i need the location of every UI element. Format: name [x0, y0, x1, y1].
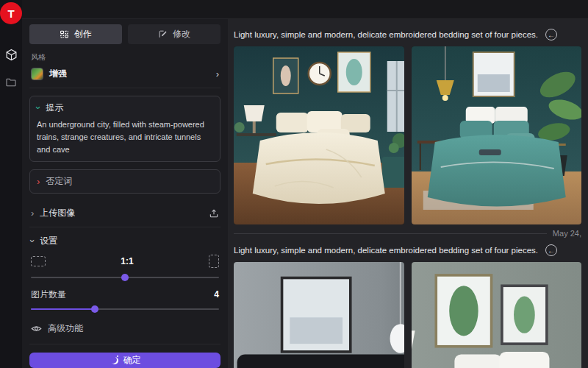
chevron-right-icon: ›: [31, 208, 34, 218]
date-divider-row: May 24,: [234, 224, 581, 238]
cube-3d-icon[interactable]: [0, 43, 22, 66]
upload-icon[interactable]: [209, 208, 219, 219]
prompt-text[interactable]: An underground city, filled with steam-p…: [37, 118, 213, 156]
prompt-section-label: 提示: [46, 102, 63, 114]
gallery-prompt-text: Light luxury, simple and modern, delicat…: [234, 30, 538, 39]
generated-image[interactable]: [234, 262, 404, 368]
image-row: [234, 46, 581, 224]
generation-panel: 创作 修改 风格 增强 ›: [22, 19, 228, 368]
top-bar: [22, 0, 588, 19]
negative-section-label: 否定词: [46, 175, 72, 188]
reuse-prompt-arrow-icon[interactable]: ←: [545, 29, 557, 40]
tab-create-label: 创作: [74, 28, 92, 40]
grid-create-icon: [60, 29, 69, 39]
aspect-ratio-row: 1:1: [29, 250, 220, 269]
settings-section-label: 设置: [40, 235, 57, 247]
generated-image[interactable]: [234, 46, 404, 224]
portrait-ratio-icon[interactable]: [209, 255, 219, 268]
results-gallery: Light luxury, simple and modern, delicat…: [228, 19, 588, 368]
upload-image-label: 上传图像: [40, 207, 203, 219]
settings-section-header[interactable]: › 设置: [29, 227, 220, 250]
tab-create[interactable]: 创作: [29, 24, 122, 44]
app-logo[interactable]: T: [0, 2, 22, 24]
edit-pencil-icon: [158, 29, 168, 39]
chevron-right-icon: ›: [37, 177, 40, 186]
upload-image-row[interactable]: › 上传图像: [29, 199, 220, 227]
style-selector[interactable]: 增强 ›: [29, 66, 220, 88]
style-value: 增强: [49, 68, 210, 80]
style-thumbnail: [31, 68, 43, 80]
gallery-prompt-row: Light luxury, simple and modern, delicat…: [234, 19, 581, 46]
generated-image[interactable]: [412, 46, 582, 224]
confirm-button[interactable]: 确定: [29, 353, 220, 368]
image-row: [234, 262, 581, 368]
crescent-moon-icon: [110, 355, 118, 364]
advanced-features-label: 高级功能: [48, 322, 83, 335]
advanced-features-row[interactable]: 高级功能: [29, 312, 220, 344]
image-count-slider[interactable]: [31, 304, 219, 312]
gallery-prompt-text: Light luxury, simple and modern, delicat…: [234, 246, 538, 255]
eye-icon: [31, 323, 42, 334]
left-rail: T: [0, 0, 22, 368]
app-window: T 创作: [0, 0, 588, 368]
tab-modify[interactable]: 修改: [128, 24, 220, 44]
divider-line: [234, 233, 547, 234]
aspect-ratio-value: 1:1: [46, 256, 209, 266]
gallery-prompt-row: Light luxury, simple and modern, delicat…: [234, 238, 581, 262]
landscape-ratio-icon[interactable]: [31, 256, 46, 266]
folder-icon[interactable]: [0, 71, 22, 93]
chevron-down-icon: ›: [28, 239, 37, 242]
confirm-button-label: 确定: [123, 354, 141, 367]
mode-tabs: 创作 修改: [29, 24, 220, 44]
generated-image[interactable]: [412, 262, 582, 368]
chevron-down-icon: ›: [34, 106, 43, 109]
aspect-ratio-slider[interactable]: [31, 272, 219, 280]
image-count-label: 图片数量: [31, 289, 214, 301]
image-count-row: 图片数量 4: [29, 281, 220, 301]
negative-section[interactable]: › 否定词: [29, 169, 220, 194]
chevron-right-icon: ›: [216, 69, 219, 79]
reuse-prompt-arrow-icon[interactable]: ←: [545, 244, 557, 256]
image-count-value: 4: [214, 289, 219, 300]
generation-date: May 24,: [553, 229, 581, 238]
tab-modify-label: 修改: [173, 28, 190, 40]
prompt-section[interactable]: › 提示 An underground city, filled with st…: [29, 96, 220, 162]
style-section-label: 风格: [31, 52, 219, 63]
